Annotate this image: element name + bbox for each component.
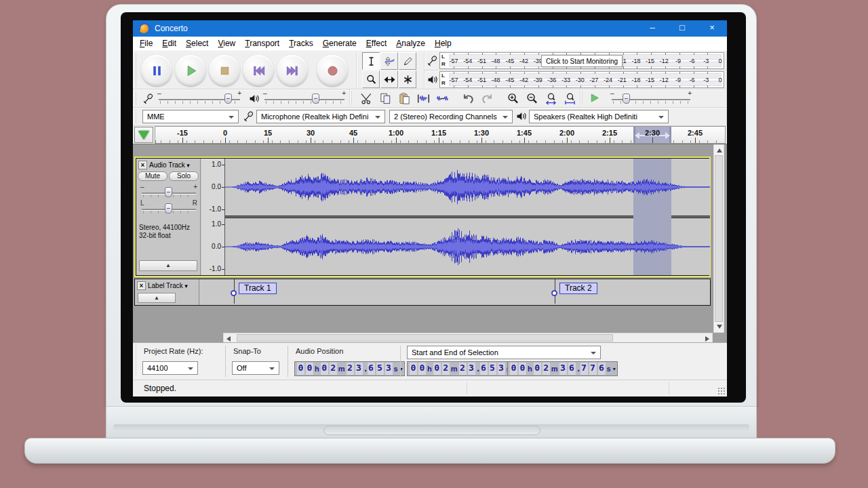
stop-button[interactable] bbox=[209, 55, 240, 86]
recording-channels-dropdown[interactable]: 2 (Stereo) Recording Channels bbox=[389, 110, 513, 123]
audio-position-field[interactable]: 00h02m23.653s▾ bbox=[294, 361, 405, 376]
time-digit[interactable]: h bbox=[527, 365, 533, 373]
cut-button[interactable] bbox=[358, 90, 374, 106]
menu-edit[interactable]: Edit bbox=[157, 37, 181, 51]
snap-to-dropdown[interactable]: Off bbox=[232, 361, 279, 375]
time-digit[interactable]: 7 bbox=[589, 363, 597, 375]
time-digit[interactable]: m bbox=[551, 365, 559, 373]
selection-start-field[interactable]: 00h02m23.653s▾ bbox=[407, 361, 517, 376]
label-marker-handle[interactable] bbox=[551, 290, 557, 296]
speaker-icon[interactable] bbox=[427, 74, 438, 85]
time-digit[interactable]: 0 bbox=[534, 363, 541, 375]
time-digit[interactable]: m bbox=[338, 365, 346, 373]
time-digit[interactable]: . bbox=[363, 364, 367, 373]
horizontal-scrollbar[interactable] bbox=[223, 333, 713, 343]
mute-button[interactable]: Mute bbox=[138, 171, 167, 181]
play-button[interactable] bbox=[175, 55, 206, 86]
fit-selection-button[interactable] bbox=[542, 90, 559, 106]
title-bar[interactable]: Concerto – □ × bbox=[133, 20, 727, 37]
record-button[interactable] bbox=[317, 55, 348, 86]
label-text[interactable]: Track 2 bbox=[559, 283, 597, 294]
waveform-area[interactable] bbox=[225, 159, 710, 275]
draw-tool-button[interactable] bbox=[399, 52, 416, 70]
fit-project-button[interactable] bbox=[561, 90, 578, 106]
playback-meter[interactable]: LR-57-54-51-48-45-42-39-36-33-30-27-24-2… bbox=[439, 71, 724, 88]
time-digit[interactable]: 2 bbox=[542, 363, 550, 375]
toolbar-grip[interactable] bbox=[135, 345, 137, 378]
menu-help[interactable]: Help bbox=[430, 37, 456, 51]
close-track-button[interactable]: × bbox=[138, 161, 147, 169]
gain-slider[interactable]: – + bbox=[140, 184, 197, 199]
time-digit[interactable]: 0 bbox=[306, 363, 313, 375]
time-digit[interactable]: h bbox=[314, 365, 320, 373]
time-digit[interactable]: 3 bbox=[498, 363, 505, 375]
timeline-ruler[interactable]: -1501530451:001:151:301:452:002:152:302:… bbox=[155, 126, 726, 144]
time-digit[interactable]: 0 bbox=[433, 363, 441, 375]
toolbar-grip[interactable] bbox=[135, 54, 137, 87]
menu-file[interactable]: File bbox=[135, 37, 157, 51]
play-at-speed-icon[interactable] bbox=[589, 92, 600, 104]
time-digit[interactable]: s bbox=[393, 365, 399, 373]
menu-transport[interactable]: Transport bbox=[240, 37, 284, 51]
solo-button[interactable]: Solo bbox=[169, 171, 199, 181]
playback-volume-thumb[interactable] bbox=[312, 94, 319, 104]
time-field-dropdown-icon[interactable]: ▾ bbox=[612, 366, 616, 372]
close-track-button[interactable]: × bbox=[137, 281, 146, 290]
toolbar-grip[interactable] bbox=[135, 92, 137, 105]
zoom-tool-button[interactable] bbox=[362, 70, 380, 88]
time-digit[interactable]: 7 bbox=[580, 363, 588, 375]
scroll-up-icon[interactable] bbox=[717, 148, 722, 152]
recording-volume-thumb[interactable] bbox=[224, 94, 232, 104]
time-digit[interactable]: 3 bbox=[355, 363, 363, 375]
timeshift-tool-button[interactable] bbox=[380, 70, 398, 88]
playback-speed-slider[interactable]: – + bbox=[610, 91, 692, 106]
time-digit[interactable]: 0 bbox=[410, 363, 417, 375]
pan-thumb[interactable] bbox=[165, 203, 172, 214]
selection-mode-dropdown[interactable]: Start and End of Selection bbox=[407, 346, 601, 359]
time-digit[interactable]: 0 bbox=[321, 363, 328, 375]
audio-host-dropdown[interactable]: MME bbox=[142, 110, 239, 123]
minimize-button[interactable]: – bbox=[637, 20, 667, 37]
microphone-icon[interactable] bbox=[427, 55, 438, 66]
time-digit[interactable]: 6 bbox=[480, 363, 488, 375]
time-digit[interactable]: m bbox=[450, 365, 458, 373]
vertical-scrollbar[interactable] bbox=[713, 144, 724, 333]
resize-grip[interactable] bbox=[717, 387, 726, 395]
scroll-left-icon[interactable] bbox=[226, 336, 231, 342]
multi-tool-button[interactable] bbox=[399, 70, 416, 88]
time-digit[interactable]: h bbox=[427, 365, 433, 373]
project-rate-dropdown[interactable]: 44100 bbox=[142, 361, 198, 375]
track-title-dropdown[interactable]: Label Track bbox=[148, 282, 188, 289]
time-digit[interactable]: . bbox=[576, 364, 580, 373]
recording-volume-slider[interactable]: – + bbox=[157, 91, 241, 106]
selection-tool-button[interactable] bbox=[362, 52, 380, 70]
vertical-scale-ruler[interactable]: 1.00.0-1.01.00.0-1.0 bbox=[201, 159, 225, 275]
playback-speed-thumb[interactable] bbox=[623, 94, 630, 104]
undo-button[interactable] bbox=[460, 90, 476, 106]
time-digit[interactable]: 2 bbox=[459, 363, 467, 375]
skip-end-button[interactable] bbox=[277, 55, 308, 86]
scroll-right-icon[interactable] bbox=[705, 336, 709, 342]
time-digit[interactable]: 3 bbox=[559, 363, 567, 375]
skip-start-button[interactable] bbox=[243, 55, 274, 86]
menu-analyze[interactable]: Analyze bbox=[391, 37, 430, 51]
copy-button[interactable] bbox=[377, 90, 393, 106]
time-digit[interactable]: 6 bbox=[568, 363, 576, 375]
playback-device-dropdown[interactable]: Speakers (Realtek High Definiti bbox=[529, 110, 669, 123]
time-digit[interactable]: 2 bbox=[330, 363, 337, 375]
toolbar-grip[interactable] bbox=[351, 92, 353, 105]
pause-button[interactable] bbox=[141, 55, 172, 86]
time-digit[interactable]: 3 bbox=[468, 363, 475, 375]
time-digit[interactable]: 2 bbox=[442, 363, 450, 375]
scroll-down-icon[interactable] bbox=[717, 325, 722, 329]
menu-generate[interactable]: Generate bbox=[318, 37, 361, 51]
menu-view[interactable]: View bbox=[213, 37, 240, 51]
label-marker-handle[interactable] bbox=[231, 290, 237, 296]
silence-audio-button[interactable] bbox=[434, 90, 450, 106]
pinned-play-button[interactable] bbox=[134, 127, 153, 143]
time-digit[interactable]: 5 bbox=[489, 363, 496, 375]
menu-effect[interactable]: Effect bbox=[361, 37, 391, 51]
collapse-track-button[interactable]: ▲ bbox=[138, 293, 176, 303]
toolbar-grip[interactable] bbox=[581, 92, 583, 105]
menu-tracks[interactable]: Tracks bbox=[284, 37, 318, 51]
